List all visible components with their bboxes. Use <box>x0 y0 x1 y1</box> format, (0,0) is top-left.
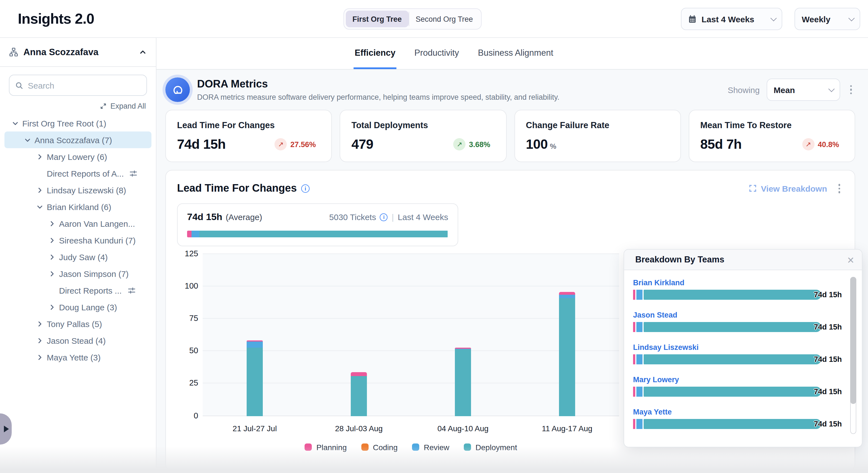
chevron-right-icon[interactable] <box>48 253 56 261</box>
org-chart-icon <box>9 47 19 57</box>
chevron-right-icon[interactable] <box>36 320 43 328</box>
team-deployment-segment <box>644 290 821 300</box>
breakdown-item-lindsay-liszewski: Lindsay Liszewski74d 15h <box>633 343 862 364</box>
date-range-dropdown[interactable]: Last 4 Weeks <box>681 8 782 30</box>
chevron-down-icon[interactable] <box>23 136 31 144</box>
toggle-first-org-tree[interactable]: First Org Tree <box>346 10 408 27</box>
team-value: 74d 15h <box>814 323 842 331</box>
tree-item-brian-kirkland[interactable]: Brian Kirkland (6) <box>4 198 151 215</box>
metric-value-text: 479 <box>351 137 373 151</box>
toggle-second-org-tree[interactable]: Second Org Tree <box>409 10 479 27</box>
tree-item-label: Jason Stead (4) <box>47 336 106 345</box>
tree-item-label: First Org Tree Root (1) <box>22 118 106 128</box>
showing-label: Showing <box>728 85 760 94</box>
team-planning-segment <box>633 419 635 429</box>
team-link[interactable]: Lindsay Liszewski <box>633 343 862 352</box>
tree-item-mary-lowery[interactable]: Mary Lowery (6) <box>4 148 151 165</box>
team-planning-segment <box>633 322 635 332</box>
tree-item-jason-stead[interactable]: Jason Stead (4) <box>4 332 151 349</box>
team-planning-segment <box>633 354 635 364</box>
bar-11-aug-17-aug-planning <box>559 292 575 295</box>
tab-productivity[interactable]: Productivity <box>413 38 460 69</box>
sidebar-user-header[interactable]: Anna Scozzafava <box>0 38 156 67</box>
filter-sliders-icon[interactable] <box>127 286 135 294</box>
chevron-right-icon[interactable] <box>36 353 43 361</box>
tree-item-jason-simpson[interactable]: Jason Simpson (7) <box>4 265 151 282</box>
tree-item-label: Direct Reports of A... <box>47 169 124 178</box>
toggle-divider <box>408 12 409 26</box>
chevron-right-icon[interactable] <box>36 336 43 344</box>
tree-item-judy-saw[interactable]: Judy Saw (4) <box>4 248 151 265</box>
tab-business-alignment[interactable]: Business Alignment <box>477 38 555 69</box>
metric-value-unit: % <box>550 142 556 150</box>
metric-card-value-row: 85d 7h↗40.8% <box>701 137 844 152</box>
breakdown-header: Breakdown By Teams × <box>624 249 862 270</box>
team-link[interactable]: Maya Yette <box>633 408 862 416</box>
chevron-right-icon[interactable] <box>48 236 56 244</box>
chevron-down-icon[interactable] <box>36 203 43 211</box>
x-axis-label-28-jul-03-aug: 28 Jul-03 Aug <box>320 424 398 433</box>
topbar-controls: Last 4 Weeks Weekly <box>681 8 860 30</box>
tree-item-label: Judy Saw (4) <box>59 252 108 262</box>
tree-item-anna-scozzafava[interactable]: Anna Scozzafava (7) <box>4 131 151 148</box>
breakdown-item-jason-stead: Jason Stead74d 15h <box>633 311 862 332</box>
metric-card-value-row: 100% <box>526 137 669 152</box>
breakdown-scrollbar[interactable] <box>850 277 856 434</box>
lead-time-title: Lead Time For Changes i <box>177 182 310 195</box>
summary-tickets: 5030 Tickets <box>329 212 376 222</box>
team-link[interactable]: Jason Stead <box>633 311 862 319</box>
tree-item-lindsay-liszewski[interactable]: Lindsay Liszewski (8) <box>4 182 151 198</box>
gridline-0 <box>203 415 619 416</box>
tree-item-sireesha-kunduri[interactable]: Sireesha Kunduri (7) <box>4 232 151 248</box>
search-input[interactable] <box>28 81 141 90</box>
metric-card-title: Total Deployments <box>351 120 495 130</box>
close-icon[interactable]: × <box>847 254 854 265</box>
granularity-dropdown[interactable]: Weekly <box>795 8 860 30</box>
expand-all-button[interactable]: Expand All <box>0 102 146 110</box>
filter-sliders-icon[interactable] <box>129 169 138 177</box>
dora-menu-button[interactable] <box>846 82 855 98</box>
chevron-right-icon[interactable] <box>48 270 56 277</box>
tree-item-doug-lange[interactable]: Doug Lange (3) <box>4 299 151 315</box>
tree-item-aaron-van-langen[interactable]: Aaron Van Langen... <box>4 215 151 232</box>
team-stacked-bar: 74d 15h <box>633 354 842 364</box>
tree-item-direct-reports-of-a[interactable]: Direct Reports of A... <box>4 165 151 182</box>
bar-21-jul-27-jul-deployment <box>247 348 263 416</box>
x-axis-label-11-aug-17-aug: 11 Aug-17 Aug <box>528 424 606 433</box>
dora-cycle-icon <box>165 78 190 102</box>
info-icon[interactable]: i <box>301 184 310 193</box>
summary-stacked-bar <box>187 230 448 237</box>
chevron-right-icon[interactable] <box>36 153 43 160</box>
tree-item-maya-yette[interactable]: Maya Yette (3) <box>4 349 151 365</box>
chevron-right-icon[interactable] <box>48 303 56 311</box>
lead-time-menu-button[interactable] <box>835 180 843 197</box>
tab-efficiency[interactable]: Efficiency <box>353 38 396 69</box>
team-review-segment <box>637 290 643 300</box>
legend-item-planning: Planning <box>305 443 347 451</box>
legend-swatch-coding <box>361 443 369 451</box>
team-link[interactable]: Mary Lowery <box>633 376 862 384</box>
tree-item-label: Sireesha Kunduri (7) <box>59 235 135 245</box>
showing-dropdown[interactable]: Mean <box>766 79 840 101</box>
sidebar-search <box>9 75 147 96</box>
tree-item-first-org-tree-root[interactable]: First Org Tree Root (1) <box>4 115 151 131</box>
team-value: 74d 15h <box>814 355 842 363</box>
scrollbar-thumb[interactable] <box>850 277 856 404</box>
y-axis-label-0: 0 <box>177 411 198 420</box>
team-planning-segment <box>633 290 635 300</box>
team-link[interactable]: Brian Kirkland <box>633 278 862 287</box>
tree-item-label: Mary Lowery (6) <box>47 152 107 161</box>
chevron-right-icon[interactable] <box>36 186 43 194</box>
chevron-right-icon[interactable] <box>48 219 56 227</box>
y-axis-label-50: 50 <box>177 346 198 355</box>
metric-value-text: 100 <box>526 137 548 151</box>
tree-item-direct-reports[interactable]: Direct Reports ... <box>4 282 151 299</box>
view-breakdown-button[interactable]: View Breakdown <box>749 184 827 193</box>
info-icon[interactable]: i <box>380 213 388 221</box>
chevron-down-icon[interactable] <box>11 119 19 127</box>
chevron-up-icon[interactable] <box>138 48 147 56</box>
metric-card-value: 100% <box>526 137 556 152</box>
tree-item-tony-pallas[interactable]: Tony Pallas (5) <box>4 315 151 332</box>
app-window: Insights 2.0 First Org Tree Second Org T… <box>0 0 868 473</box>
expand-all-icon <box>100 102 107 110</box>
